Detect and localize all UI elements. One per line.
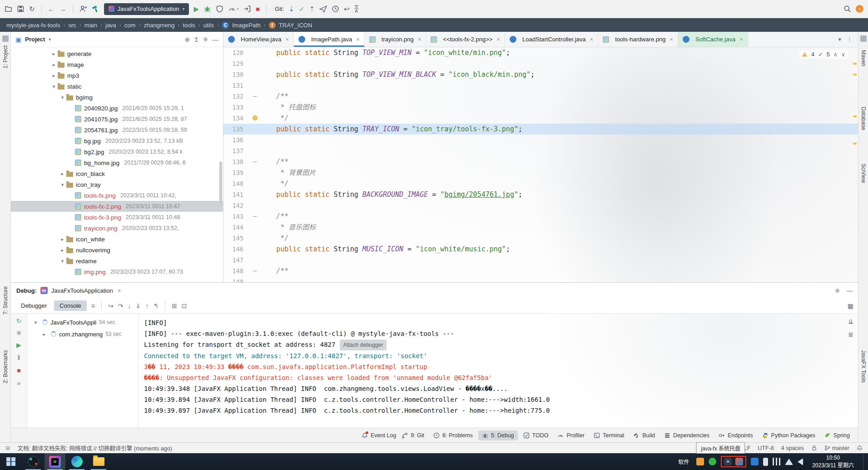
project-tree-row[interactable]: bg.jpg 2020/2/23 0023 13:52, 7.13 kB xyxy=(11,135,223,146)
error-stripe-mark[interactable] xyxy=(853,74,857,75)
share-profile-icon[interactable] xyxy=(79,5,87,13)
editor-tab[interactable]: ImagePath.java × xyxy=(294,32,365,47)
tree-expand-icon[interactable]: ▾ xyxy=(59,95,66,100)
run-to-cursor-icon[interactable]: ↰ xyxy=(153,302,159,310)
breadcrumb-class-item[interactable]: C ImagePath › xyxy=(222,22,266,29)
step-over-icon[interactable]: ↷ xyxy=(118,302,124,310)
history-clock-icon[interactable] xyxy=(332,5,339,13)
project-tree-row[interactable]: ▾ static xyxy=(11,81,223,92)
close-icon[interactable]: × xyxy=(739,36,743,43)
debug-view-tab[interactable]: Console xyxy=(54,300,87,311)
step-into-icon[interactable]: ↓ xyxy=(128,302,131,310)
fold-marker-icon[interactable]: − xyxy=(250,91,260,102)
breadcrumb-item[interactable]: mystyle-java-fx-tools› xyxy=(6,22,65,29)
taskbar-app-intellij[interactable]: IJ xyxy=(45,453,65,470)
line-number[interactable]: 139 xyxy=(223,167,250,178)
more-icon[interactable]: » xyxy=(17,380,21,387)
project-tree-row[interactable]: ▾ icon_tray xyxy=(11,179,223,190)
line-number[interactable]: 148 xyxy=(223,265,250,276)
editor-tab[interactable]: LoadStartController.java × xyxy=(505,32,598,47)
editor-tab[interactable]: tools-hardware.png × xyxy=(598,32,678,47)
console-menu-icon[interactable]: ≡ xyxy=(91,302,95,310)
toolwindow-button[interactable]: 5: Debug xyxy=(478,430,518,440)
rollback-icon[interactable]: ↩ xyxy=(344,5,350,13)
project-tree-row[interactable]: ▸ nullcoverimg xyxy=(11,245,223,255)
taskbar-app-explorer[interactable] xyxy=(88,453,109,470)
error-stripe-mark[interactable] xyxy=(853,115,857,117)
toolwindow-button[interactable]: Python Packages xyxy=(759,430,819,440)
close-icon[interactable]: × xyxy=(285,36,289,43)
code-line[interactable]: 140 */ xyxy=(223,178,858,189)
breadcrumb-item[interactable]: utils› xyxy=(203,22,219,29)
toolwindow-button[interactable]: 6: Problems xyxy=(430,430,476,440)
pause-icon[interactable]: ‖ xyxy=(18,354,20,361)
close-icon[interactable]: × xyxy=(670,36,673,43)
stripe-button-project[interactable]: 1: Project xyxy=(2,45,9,69)
prev-issue-icon[interactable]: ∧ xyxy=(833,51,838,58)
tray-messenger-icon[interactable] xyxy=(709,458,716,465)
step-out-icon[interactable]: ↑ xyxy=(145,302,149,310)
intention-bulb-icon[interactable] xyxy=(250,113,260,124)
next-issue-icon[interactable]: ∨ xyxy=(841,51,845,58)
project-tree-row[interactable]: ▸ image xyxy=(11,59,223,70)
debug-frame-row[interactable]: ▾ JavaFxToolsAppli 54 sec xyxy=(27,316,138,328)
code-line[interactable]: 147 xyxy=(223,255,858,265)
project-tree-row[interactable]: 2054761.jpg 2022/3/15 0015 09:18, 59 xyxy=(11,125,223,135)
scroll-to-end-icon[interactable]: ≣ xyxy=(848,331,853,338)
breadcrumb-item[interactable]: tools› xyxy=(183,22,200,29)
soft-wrap-icon[interactable]: ⇊ xyxy=(848,318,853,325)
tree-expand-icon[interactable]: ▸ xyxy=(40,331,48,337)
line-number[interactable]: 140 xyxy=(223,178,250,189)
code-line[interactable]: 129 xyxy=(223,58,858,69)
toolwindow-button[interactable]: TODO xyxy=(520,430,552,440)
tree-expand-icon[interactable]: ▾ xyxy=(59,182,66,188)
code-line[interactable]: 149 xyxy=(223,276,858,282)
translate-icon[interactable]: 文A xyxy=(354,5,359,13)
close-icon[interactable]: × xyxy=(356,36,360,43)
run-button[interactable]: ▶ xyxy=(193,5,199,13)
tray-phone-icon[interactable] xyxy=(763,458,768,466)
editor-tab[interactable]: trayicon.png × xyxy=(365,32,426,47)
code-line[interactable]: 139 * 背景图片 xyxy=(223,167,858,178)
project-tree-row[interactable]: ▸ icon_white xyxy=(11,234,223,245)
show-execution-point-icon[interactable]: ↪ xyxy=(108,302,114,310)
line-number[interactable]: 149 xyxy=(223,276,250,282)
layout-settings-icon[interactable]: ▦ xyxy=(848,302,853,310)
run-configuration-select[interactable]: JavaFxToolsApplication ▾ xyxy=(104,3,189,15)
open-icon[interactable] xyxy=(5,5,12,13)
tree-expand-icon[interactable]: ▸ xyxy=(50,51,58,57)
toolwindow-switcher-icon[interactable]: ⊞ xyxy=(5,445,10,451)
tree-expand-icon[interactable]: ▾ xyxy=(59,258,66,264)
error-stripe-mark[interactable] xyxy=(853,143,857,145)
line-number[interactable]: 138 xyxy=(223,156,250,167)
start-button[interactable] xyxy=(0,453,22,470)
code-line[interactable]: 146 public static String MUSIC_ICON = "i… xyxy=(223,244,858,255)
event-log-button[interactable]: Event Log xyxy=(362,432,396,439)
toolwindow-button[interactable]: Endpoints xyxy=(715,430,757,440)
build-hammer-icon[interactable] xyxy=(92,5,99,13)
line-number[interactable]: 132 xyxy=(223,91,250,102)
project-scrollbar[interactable] xyxy=(219,161,222,205)
breadcrumb-item[interactable]: zhangmeng› xyxy=(144,22,179,29)
code-line[interactable]: 141 public static String BACKGROUND_IMAG… xyxy=(223,189,858,200)
fold-marker-icon[interactable]: − xyxy=(250,156,260,167)
line-number[interactable]: 146 xyxy=(223,244,250,255)
indent-widget[interactable]: 4 spaces xyxy=(781,445,804,451)
code-editor[interactable]: 4 ✓ 5 ∧ ∨ 128 public static String TOP_V… xyxy=(223,47,858,282)
git-commit-icon[interactable]: ✓ xyxy=(299,5,305,13)
tree-expand-icon[interactable]: ▸ xyxy=(59,171,66,177)
taskbar-app-music[interactable] xyxy=(23,453,44,470)
fold-marker-icon[interactable]: − xyxy=(250,265,260,276)
encoding-widget[interactable]: UTF-8 xyxy=(758,445,774,451)
line-number[interactable]: 143 xyxy=(223,211,250,222)
line-number[interactable]: 147 xyxy=(223,255,250,265)
evaluate-expression-icon[interactable]: ⊡ xyxy=(182,302,187,310)
debug-frame-row[interactable]: ▸ com.zhangmeng 53 sec xyxy=(27,328,138,340)
project-tree-row[interactable]: 2040920.jpg 2021/6/25 0025 15:29, 1 xyxy=(11,103,223,114)
save-all-icon[interactable] xyxy=(17,5,25,13)
toolwindow-button[interactable]: Build xyxy=(630,430,659,440)
show-desktop-button[interactable] xyxy=(863,453,866,470)
breadcrumb-item[interactable]: java› xyxy=(105,22,121,29)
warning-count[interactable]: 4 xyxy=(811,51,814,58)
line-number[interactable]: 137 xyxy=(223,145,250,156)
